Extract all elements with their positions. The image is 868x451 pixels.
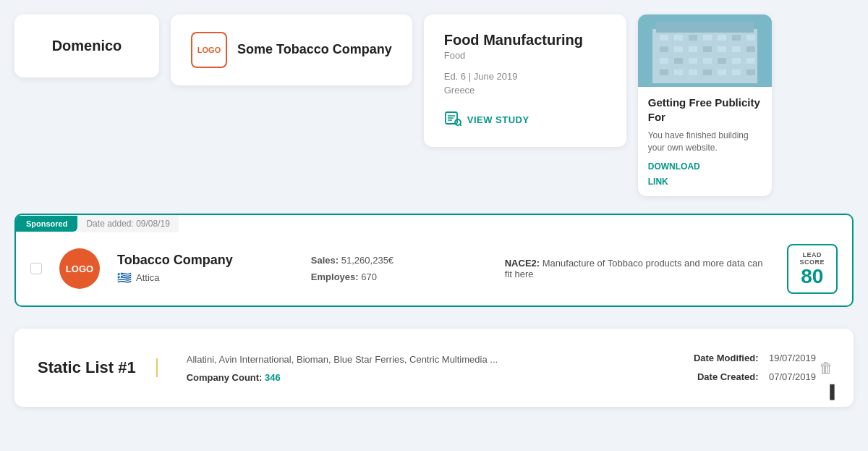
publicity-title: Getting Free Publicity For xyxy=(648,96,762,124)
company-stats: Sales: 51,260,235€ Employes: 670 xyxy=(311,252,488,286)
food-card-category: Food xyxy=(444,50,606,61)
domenico-title: Domenico xyxy=(52,38,122,54)
svg-rect-13 xyxy=(718,35,726,41)
static-list-card: Static List #1 Allatini, Avin Internatio… xyxy=(14,329,854,407)
svg-rect-35 xyxy=(732,69,741,75)
svg-rect-33 xyxy=(703,69,712,75)
svg-rect-14 xyxy=(732,35,741,41)
sales-label: Sales: xyxy=(311,255,339,266)
location-text: Attica xyxy=(136,272,160,283)
lead-score-box: LEADSCORE 80 xyxy=(787,244,838,295)
domenico-card: Domenico xyxy=(14,14,159,77)
company-info: Tobacco Company 🇬🇷 Attica xyxy=(117,253,294,284)
company-nace: NACE2: Manufacture of Tobbaco products a… xyxy=(505,258,770,279)
date-modified-row: Date Modified: 19/07/2019 xyxy=(694,349,816,368)
svg-rect-36 xyxy=(746,69,755,75)
date-created-label: Date Created: xyxy=(697,371,759,382)
company-name: Tobacco Company xyxy=(117,253,294,268)
link-link[interactable]: LINK xyxy=(648,177,668,187)
view-study-button[interactable]: VIEW STUDY xyxy=(444,110,529,130)
nace-label: NACE2: xyxy=(505,258,540,269)
date-added-label: Date added: 09/08/19 xyxy=(77,215,178,232)
count-value: 346 xyxy=(265,372,281,383)
lead-score-top-label: LEADSCORE xyxy=(800,251,825,267)
trash-icon: 🗑 xyxy=(819,360,833,376)
delete-button[interactable]: 🗑 xyxy=(813,354,839,382)
svg-rect-18 xyxy=(689,46,697,52)
svg-rect-27 xyxy=(718,58,726,64)
svg-rect-11 xyxy=(689,35,697,41)
svg-rect-26 xyxy=(703,58,712,64)
svg-rect-28 xyxy=(732,58,741,64)
svg-rect-24 xyxy=(674,58,683,64)
count-label: Company Count: xyxy=(187,372,263,383)
publicity-image xyxy=(638,14,772,87)
svg-rect-32 xyxy=(689,69,697,75)
sponsored-header: Sponsored Date added: 09/08/19 xyxy=(16,215,852,232)
employes-label: Employes: xyxy=(311,271,359,282)
view-study-label: VIEW STUDY xyxy=(467,114,529,125)
employes-row: Employes: 670 xyxy=(311,269,488,285)
static-list-companies: Allatini, Avin International, Bioman, Bl… xyxy=(187,353,665,367)
svg-rect-12 xyxy=(703,35,712,41)
sponsored-card: Sponsored Date added: 09/08/19 LOGO Toba… xyxy=(14,214,854,308)
svg-rect-20 xyxy=(718,46,726,52)
lead-score-value: 80 xyxy=(800,266,825,287)
date-created-row: Date Created: 07/07/2019 xyxy=(694,368,816,387)
greece-flag-icon: 🇬🇷 xyxy=(117,271,132,284)
food-card-country: Greece xyxy=(444,85,606,96)
static-list-content: Allatini, Avin International, Bioman, Bl… xyxy=(158,353,694,384)
sponsored-badge: Sponsored xyxy=(16,216,77,232)
food-manufacturing-card: Food Manufacturing Food Ed. 6 | June 201… xyxy=(424,14,626,147)
svg-rect-30 xyxy=(660,69,668,75)
svg-rect-19 xyxy=(703,46,712,52)
publicity-card: Getting Free Publicity For You have fini… xyxy=(638,14,772,196)
checkbox-area[interactable] xyxy=(30,263,42,274)
date-modified-label: Date Modified: xyxy=(694,353,759,363)
food-card-title: Food Manufacturing xyxy=(444,32,606,49)
view-study-icon xyxy=(444,110,461,130)
static-list-dates: Date Modified: 19/07/2019 Date Created: … xyxy=(694,349,830,387)
svg-point-4 xyxy=(455,119,461,125)
employes-value: 670 xyxy=(361,271,377,282)
sales-row: Sales: 51,260,235€ xyxy=(311,252,488,269)
sponsored-card-body: LOGO Tobacco Company 🇬🇷 Attica Sales: 51… xyxy=(16,232,852,306)
date-modified-value: 19/07/2019 xyxy=(769,353,816,363)
svg-rect-8 xyxy=(656,22,754,33)
svg-rect-16 xyxy=(660,46,668,52)
svg-rect-15 xyxy=(746,35,755,41)
cursor-indicator: ▌ xyxy=(830,384,839,400)
svg-rect-31 xyxy=(674,69,683,75)
svg-line-5 xyxy=(460,125,461,126)
sponsored-section: Sponsored Date added: 09/08/19 LOGO Toba… xyxy=(14,214,854,308)
date-created-value: 07/07/2019 xyxy=(769,371,816,382)
svg-rect-25 xyxy=(689,58,697,64)
tobacco-logo-company-name: Some Tobacco Company xyxy=(237,41,392,58)
svg-rect-29 xyxy=(746,58,755,64)
publicity-text: You have finished building your own webs… xyxy=(648,130,762,154)
sales-value: 51,260,235€ xyxy=(341,255,393,266)
svg-rect-23 xyxy=(660,58,668,64)
svg-rect-22 xyxy=(746,46,755,52)
svg-rect-34 xyxy=(718,69,726,75)
tobacco-logo-card: LOGO Some Tobacco Company xyxy=(171,14,412,85)
tobacco-logo-badge: LOGO xyxy=(191,32,227,68)
select-checkbox[interactable] xyxy=(30,263,42,274)
nace-value: Manufacture of Tobbaco products and more… xyxy=(505,258,763,279)
static-list-title: Static List #1 xyxy=(38,358,158,377)
svg-rect-17 xyxy=(674,46,683,52)
food-card-edition: Ed. 6 | June 2019 xyxy=(444,71,606,82)
company-logo-large: LOGO xyxy=(59,248,100,289)
publicity-body: Getting Free Publicity For You have fini… xyxy=(638,87,772,196)
svg-rect-21 xyxy=(732,46,741,52)
static-list-count: Company Count: 346 xyxy=(187,372,665,383)
download-link[interactable]: DOWNLOAD xyxy=(648,161,762,172)
company-location: 🇬🇷 Attica xyxy=(117,271,294,284)
svg-rect-9 xyxy=(660,35,668,41)
svg-rect-10 xyxy=(674,35,683,41)
